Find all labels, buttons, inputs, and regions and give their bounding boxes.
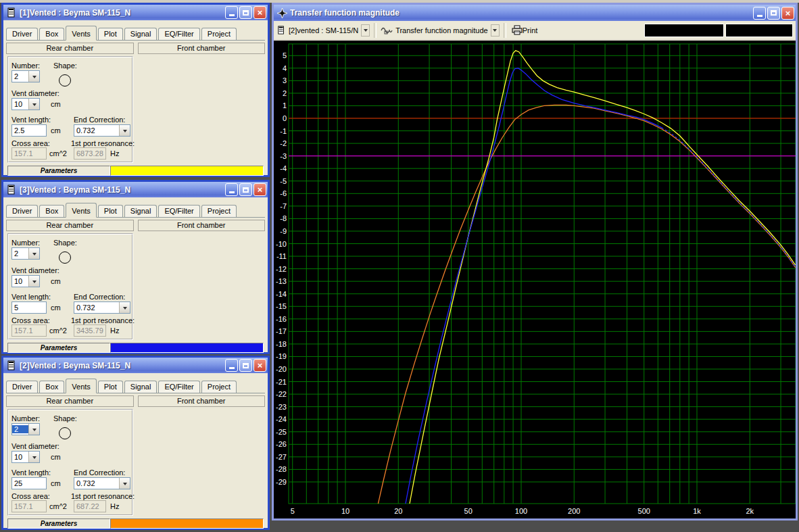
- number-combo[interactable]: 2: [11, 70, 40, 82]
- tab-eq-filter[interactable]: EQ/Filter: [158, 205, 199, 217]
- vent-diameter-combo[interactable]: 10: [11, 275, 40, 287]
- rear-chamber-button[interactable]: Rear chamber: [6, 395, 134, 407]
- vent-diameter-combo[interactable]: 10: [11, 98, 40, 110]
- port-resonance-unit: Hz: [110, 149, 119, 158]
- tab-box[interactable]: Box: [39, 381, 64, 393]
- document-window-icon: [7, 7, 17, 18]
- dropdown-arrow-icon[interactable]: [28, 452, 39, 462]
- vent-diameter-value: 10: [12, 453, 28, 461]
- dropdown-arrow-icon[interactable]: [119, 125, 130, 136]
- front-chamber-button[interactable]: Front chamber: [138, 220, 266, 231]
- cross-area-input: 157.1: [11, 147, 47, 160]
- window-titlebar[interactable]: [1]Vented : Beyma SM-115_N ×: [3, 5, 268, 20]
- tab-plot[interactable]: Plot: [98, 381, 123, 393]
- progress-track: [110, 343, 264, 353]
- tab-signal[interactable]: Signal: [124, 205, 158, 217]
- rear-chamber-button[interactable]: Rear chamber: [6, 220, 134, 231]
- tab-eq-filter[interactable]: EQ/Filter: [158, 381, 199, 393]
- print-button[interactable]: Print: [509, 23, 541, 38]
- svg-text:100: 100: [515, 507, 527, 515]
- close-button[interactable]: ×: [781, 7, 794, 20]
- minimize-button[interactable]: [753, 7, 766, 20]
- tab-plot[interactable]: Plot: [98, 28, 123, 40]
- plot-type-combo[interactable]: Transfer function magnitude: [379, 23, 501, 38]
- svg-text:-4: -4: [280, 164, 287, 172]
- end-correction-combo[interactable]: 0.732: [74, 477, 130, 489]
- svg-text:-25: -25: [276, 428, 287, 436]
- port-resonance-value: 3435.79: [74, 327, 105, 335]
- end-correction-combo[interactable]: 0.732: [74, 124, 130, 137]
- vent-length-input[interactable]: 5: [11, 301, 47, 314]
- close-button[interactable]: ×: [253, 359, 266, 372]
- vent-diameter-combo[interactable]: 10: [11, 451, 40, 463]
- minimize-button[interactable]: [225, 183, 238, 196]
- minimize-button[interactable]: [225, 359, 238, 372]
- tab-box[interactable]: Box: [39, 205, 64, 217]
- tab-vents[interactable]: Vents: [66, 379, 97, 393]
- tab-box[interactable]: Box: [39, 28, 64, 40]
- dropdown-arrow-icon[interactable]: [119, 302, 130, 313]
- tab-signal[interactable]: Signal: [124, 381, 158, 393]
- svg-text:50: 50: [464, 507, 473, 515]
- window-titlebar[interactable]: [2]Vented : Beyma SM-115_N ×: [3, 358, 268, 373]
- number-combo[interactable]: 2: [11, 423, 40, 435]
- tab-bar: Driver Box Vents Plot Signal EQ/Filter P…: [6, 377, 265, 393]
- tab-plot[interactable]: Plot: [98, 205, 123, 217]
- circle-shape-icon: [59, 427, 71, 439]
- svg-text:-6: -6: [280, 189, 287, 197]
- front-chamber-button[interactable]: Front chamber: [138, 395, 266, 407]
- window-titlebar[interactable]: [3]Vented : Beyma SM-115_N ×: [3, 182, 268, 197]
- svg-text:20: 20: [394, 507, 402, 515]
- dropdown-arrow-icon[interactable]: [28, 276, 39, 287]
- cross-area-input: 157.1: [11, 324, 47, 337]
- dropdown-arrow-icon[interactable]: [28, 248, 39, 259]
- transfer-function-plot[interactable]: -29-28-27-26-25-24-23-22-21-20-19-18-17-…: [274, 41, 796, 518]
- tab-driver[interactable]: Driver: [6, 381, 38, 393]
- number-value: 2: [12, 72, 28, 80]
- maximize-button[interactable]: [767, 7, 780, 20]
- dropdown-arrow-icon[interactable]: [28, 99, 39, 110]
- front-chamber-button[interactable]: Front chamber: [138, 43, 266, 54]
- window-titlebar[interactable]: Transfer function magnitude ×: [274, 5, 796, 21]
- rear-chamber-button[interactable]: Rear chamber: [6, 43, 134, 54]
- window-title: [3]Vented : Beyma SM-115_N: [20, 185, 222, 195]
- tab-driver[interactable]: Driver: [6, 28, 38, 40]
- dropdown-arrow-icon[interactable]: [119, 478, 130, 489]
- tab-project[interactable]: Project: [201, 28, 237, 40]
- port-resonance-label: 1st port resonance:: [71, 139, 135, 147]
- tab-vents[interactable]: Vents: [66, 26, 97, 41]
- progress-bar: [111, 519, 263, 528]
- svg-text:-21: -21: [276, 378, 287, 386]
- svg-text:-17: -17: [276, 327, 287, 335]
- svg-text:-15: -15: [276, 302, 287, 310]
- maximize-button[interactable]: [239, 359, 252, 372]
- end-correction-combo[interactable]: 0.732: [74, 301, 130, 314]
- tab-signal[interactable]: Signal: [124, 28, 158, 40]
- maximize-button[interactable]: [239, 183, 252, 196]
- maximize-button[interactable]: [239, 6, 252, 19]
- transfer-plot-svg: -29-28-27-26-25-24-23-22-21-20-19-18-17-…: [274, 41, 796, 518]
- tab-project[interactable]: Project: [201, 205, 237, 217]
- source-combo[interactable]: [2]vented : SM-115/N: [276, 23, 371, 38]
- close-button[interactable]: ×: [253, 183, 266, 196]
- minimize-button[interactable]: [225, 6, 238, 19]
- tab-project[interactable]: Project: [201, 381, 237, 393]
- number-combo[interactable]: 2: [11, 247, 40, 260]
- vent-length-input[interactable]: 25: [11, 477, 47, 489]
- dropdown-arrow-icon[interactable]: [491, 24, 500, 37]
- tab-eq-filter[interactable]: EQ/Filter: [158, 28, 199, 40]
- cross-area-label: Cross area:: [11, 139, 50, 147]
- vent-length-value: 25: [12, 479, 46, 487]
- dropdown-arrow-icon[interactable]: [28, 424, 39, 435]
- tab-vents[interactable]: Vents: [66, 203, 97, 218]
- end-correction-value: 0.732: [74, 479, 119, 487]
- close-button[interactable]: ×: [253, 6, 266, 19]
- dropdown-arrow-icon[interactable]: [361, 24, 370, 37]
- dropdown-arrow-icon[interactable]: [28, 71, 39, 82]
- vent-length-input[interactable]: 2.5: [11, 124, 47, 137]
- svg-text:1k: 1k: [693, 507, 701, 515]
- x-axis-labels: 51020501002005001k2k: [291, 507, 754, 515]
- tab-driver[interactable]: Driver: [6, 205, 38, 217]
- parameters-status: Parameters: [7, 343, 110, 353]
- cross-area-value: 157.1: [12, 149, 46, 158]
